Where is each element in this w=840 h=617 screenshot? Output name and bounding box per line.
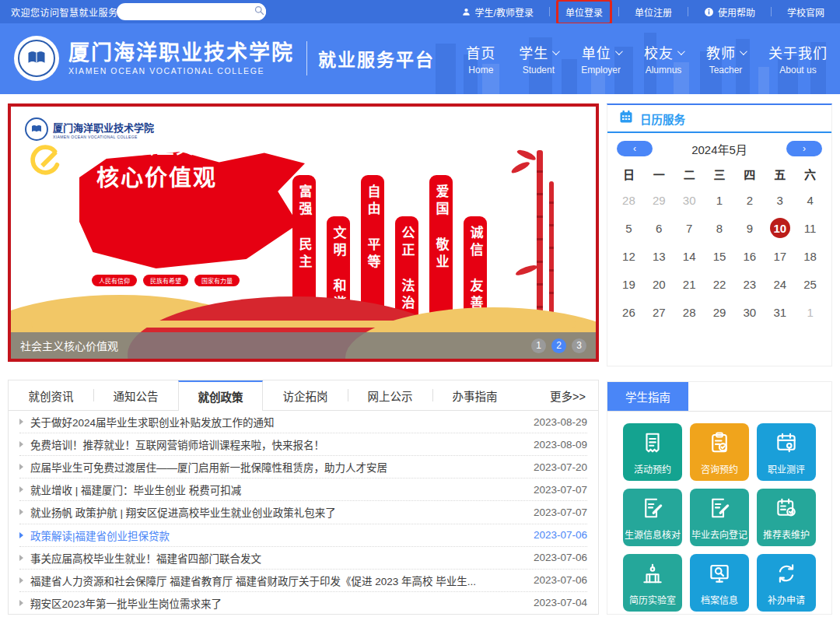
calendar-day[interactable]: 16 [734, 242, 765, 270]
calendar-day-selected[interactable]: 10 [765, 214, 795, 242]
calendar-day[interactable]: 11 [795, 214, 825, 242]
calendar-day[interactable]: 21 [674, 270, 705, 298]
calendar-day[interactable]: 26 [614, 298, 644, 326]
news-tab-1[interactable]: 通知公告 [93, 380, 178, 410]
calendar-day[interactable]: 29 [644, 186, 674, 214]
news-item[interactable]: 就业增收 | 福建厦门：毕业生创业 税费可扣减2023-07-07 [19, 479, 587, 501]
calendar-day[interactable]: 30 [734, 298, 765, 326]
topbar-link-1[interactable]: 单位登录 [561, 5, 607, 19]
calendar-day[interactable]: 1 [795, 298, 825, 326]
calendar-day[interactable]: 15 [705, 242, 735, 270]
topbar-link-0[interactable]: 学生/教师登录 [457, 5, 538, 19]
student-guide-header: 学生指南 [607, 382, 831, 412]
news-item[interactable]: 关于做好2024届毕业生求职创业补贴发放工作的通知2023-08-29 [19, 411, 587, 433]
carousel-caption: 社会主义核心价值观 [20, 338, 531, 353]
news-item[interactable]: 福建省人力资源和社会保障厅 福建省教育厅 福建省财政厅关于印发《促进 2023 … [19, 570, 587, 592]
news-tab-2[interactable]: 就创政策 [178, 380, 263, 411]
topbar-link-3[interactable]: 使用帮助 [699, 5, 760, 19]
nav-item-alumnus[interactable]: 校友Alumnus [644, 42, 683, 75]
news-item[interactable]: 政策解读|福建省创业担保贷款2023-07-06 [19, 524, 587, 547]
topbar-link-2[interactable]: 单位注册 [630, 5, 677, 19]
calendar-day[interactable]: 1 [705, 186, 735, 214]
news-item[interactable]: 事关应届高校毕业生就业！福建省四部门联合发文2023-07-06 [19, 547, 587, 570]
brand[interactable]: 厦门海洋职业技术学院 XIAMEN OCEAN VOCATIONAL COLLE… [14, 36, 435, 81]
carousel-dot-3[interactable]: 3 [572, 338, 586, 353]
receipt-icon [641, 431, 664, 457]
calendar-day[interactable]: 4 [795, 186, 825, 214]
carousel-dot-2[interactable]: 2 [551, 338, 566, 353]
guide-tile-7[interactable]: 档案信息 [690, 554, 749, 612]
news-list: 关于做好2024届毕业生求职创业补贴发放工作的通知2023-08-29免费培训！… [9, 411, 598, 614]
nav-item-teacher[interactable]: 教师Teacher [706, 42, 745, 75]
guide-tile-1[interactable]: 咨询预约 [690, 423, 749, 481]
topbar-links: 学生/教师登录单位登录单位注册使用帮助学校官网 [457, 0, 829, 23]
guide-tile-8[interactable]: 补办申请 [757, 554, 816, 612]
carousel-banner[interactable]: 厦门海洋职业技术学院 XIAMEN OCEAN VOCATIONAL COLLE… [8, 103, 599, 362]
guide-tile-5[interactable]: 推荐表维护 [757, 489, 816, 546]
tab-student-guide[interactable]: 学生指南 [607, 382, 688, 411]
news-item[interactable]: 应届毕业生可免费过渡居住——厦门启用新一批保障性租赁房，助力人才安居2023-0… [19, 456, 587, 479]
calendar-next-button[interactable]: › [786, 141, 822, 156]
guide-tile-label: 档案信息 [701, 593, 738, 606]
topbar-link-label: 单位注册 [635, 5, 672, 19]
triangle-bullet-icon [19, 419, 23, 425]
news-item[interactable]: 翔安区2023年第一批毕业生岗位需求来了2023-07-04 [19, 592, 587, 614]
calendar-day[interactable]: 5 [614, 214, 644, 242]
guide-tile-3[interactable]: 生源信息核对 [623, 489, 682, 546]
news-tab-5[interactable]: 办事指南 [432, 380, 517, 410]
search-button[interactable] [253, 3, 266, 20]
calendar-day[interactable]: 30 [674, 186, 705, 214]
calendar-day[interactable]: 23 [734, 270, 765, 298]
calendar-day[interactable]: 18 [795, 242, 825, 270]
guide-tile-4[interactable]: 毕业去向登记 [690, 489, 749, 546]
guide-tile-0[interactable]: 活动预约 [623, 423, 682, 481]
site-header: 厦门海洋职业技术学院 XIAMEN OCEAN VOCATIONAL COLLE… [0, 23, 840, 94]
calendar-day[interactable]: 29 [705, 298, 735, 326]
calendar-day[interactable]: 7 [674, 214, 705, 242]
platform-title: 就业服务平台 [318, 45, 435, 72]
nav-label-en: Alumnus [644, 65, 683, 75]
search-input[interactable] [117, 3, 253, 20]
calendar-day[interactable]: 3 [765, 186, 795, 214]
guide-tile-2[interactable]: 职业测评 [757, 423, 816, 481]
calendar-day[interactable]: 25 [795, 270, 825, 298]
calendar-day[interactable]: 24 [765, 270, 795, 298]
guide-tile-6[interactable]: 简历实验室 [623, 554, 682, 612]
calendar-day[interactable]: 28 [674, 298, 705, 326]
calendar-week: 19202122232425 [607, 270, 831, 298]
news-item-date: 2023-07-06 [534, 529, 587, 541]
news-tab-0[interactable]: 就创资讯 [9, 380, 93, 410]
nav-item-about-us[interactable]: 关于我们About us [768, 42, 828, 75]
flag-slogan: 社会主义 核心价值观 [96, 133, 217, 192]
news-tab-3[interactable]: 访企拓岗 [263, 380, 348, 410]
calendar-day[interactable]: 13 [644, 242, 674, 270]
calendar-day[interactable]: 28 [614, 186, 644, 214]
more-link[interactable]: 更多>> [550, 380, 598, 410]
calendar-day[interactable]: 12 [614, 242, 644, 270]
calendar-day[interactable]: 20 [644, 270, 674, 298]
calendar-day[interactable]: 27 [644, 298, 674, 326]
calendar-day[interactable]: 31 [765, 298, 795, 326]
calendar-day[interactable]: 9 [734, 214, 765, 242]
calendar-day[interactable]: 6 [644, 214, 674, 242]
news-item-title: 事关应届高校毕业生就业！福建省四部门联合发文 [30, 550, 523, 566]
calendar-day[interactable]: 22 [705, 270, 735, 298]
calendar-day[interactable]: 14 [674, 242, 705, 270]
calendar-day[interactable]: 2 [734, 186, 765, 214]
nav-label-zh: 教师 [706, 42, 736, 62]
calendar-prev-button[interactable]: ‹ [617, 141, 653, 156]
nav-item-employer[interactable]: 单位Employer [581, 42, 621, 75]
news-tab-4[interactable]: 网上公示 [348, 380, 432, 410]
user-icon [461, 7, 471, 17]
guide-tile-label: 补办申请 [768, 593, 805, 606]
calendar-day[interactable]: 19 [614, 270, 644, 298]
nav-item-home[interactable]: 首页Home [466, 42, 495, 75]
carousel-dot-1[interactable]: 1 [531, 338, 546, 353]
nav-item-student[interactable]: 学生Student [519, 42, 558, 75]
news-item[interactable]: 就业扬帆 政策护航 | 翔安区促进高校毕业生就业创业政策礼包来了2023-07-… [19, 501, 587, 524]
triangle-bullet-icon [19, 600, 23, 606]
topbar-link-4[interactable]: 学校官网 [782, 5, 829, 19]
calendar-day[interactable]: 8 [705, 214, 735, 242]
calendar-day[interactable]: 17 [765, 242, 795, 270]
news-item[interactable]: 免费培训！推荐就业！互联网营销师培训课程来啦，快来报名！2023-08-09 [19, 433, 587, 456]
